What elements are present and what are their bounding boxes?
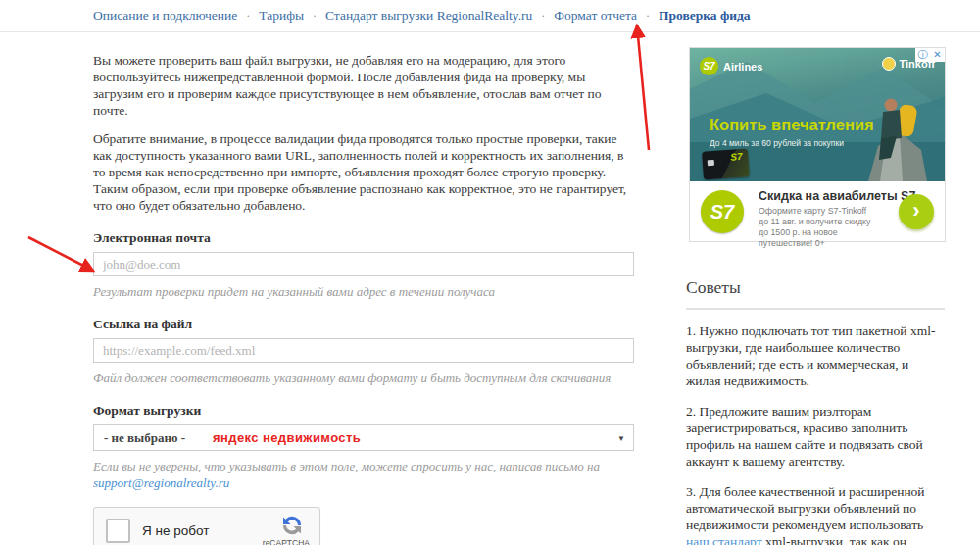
tip-3-text: 3. Для более качественной и расширенной … — [686, 484, 925, 532]
nav-item-report-format[interactable]: Формат отчета — [554, 8, 637, 24]
nav-item-export-standard[interactable]: Стандарт выгрузки RegionalRealty.ru — [325, 8, 532, 24]
bank-card-image: S7 — [702, 148, 750, 179]
ad-offer-title: Скидка на авиабилеты S7 — [759, 189, 915, 203]
s7-airlines-logo: S7 Airlines — [700, 57, 762, 75]
our-standard-link[interactable]: наш стандарт — [686, 534, 762, 545]
ad-offer-section[interactable]: S7 Скидка на авиабилеты S7 Оформите карт… — [690, 181, 945, 241]
tip-item-1: 1. Нужно подключать тот тип пакетной xml… — [686, 322, 945, 389]
tip-item-2: 2. Предложите вашим риэлторам зарегистри… — [686, 403, 945, 470]
nav-item-description[interactable]: Описание и подключение — [93, 8, 237, 24]
chevron-down-icon: ▼ — [617, 434, 625, 443]
ad-headline: Копить впечатления — [710, 116, 874, 134]
file-url-field[interactable] — [93, 338, 634, 363]
ad-info-icon[interactable]: ⓘ — [915, 48, 930, 62]
recaptcha-brand: reCAPTCHA — [263, 538, 310, 545]
recaptcha-label: Я не робот — [142, 523, 209, 538]
format-hint: Если вы не уверены, что указывать в этом… — [93, 458, 634, 491]
recaptcha-logo-icon — [280, 514, 304, 537]
nav-separator: · — [646, 9, 650, 24]
file-url-hint: Файл должен соответствовать указанному в… — [93, 370, 634, 386]
recaptcha-checkbox[interactable] — [106, 519, 130, 543]
s7-airlines-label: Airlines — [723, 61, 762, 73]
main-content: Вы можете проверить ваш файл выгрузки, н… — [93, 40, 634, 545]
s7-logo-icon: S7 — [700, 57, 718, 75]
email-hint: Результат проверки придет на указанный в… — [93, 283, 634, 300]
nav-item-tariffs[interactable]: Тарифы — [259, 8, 304, 24]
tips-title: Советы — [686, 277, 945, 310]
format-hint-text: Если вы не уверены, что указывать в этом… — [93, 459, 600, 473]
s7-logo-icon-large: S7 — [701, 190, 744, 233]
email-field[interactable] — [93, 252, 634, 276]
format-select[interactable]: - не выбрано - яндекс недвижимость ▼ — [93, 424, 634, 451]
annotation-arrow-to-nav — [637, 25, 649, 150]
ad-offer-text: Оформите карту S7-Tinkoff до 11 авг. и п… — [759, 206, 874, 249]
card-chip — [708, 160, 714, 166]
email-label: Электронная почта — [93, 230, 634, 246]
format-selected-value: - не выбрано - — [104, 430, 185, 446]
top-navigation: Описание и подключение · Тарифы · Станда… — [0, 0, 980, 32]
intro-paragraph-2: Обратите внимание, в процессе валидации … — [93, 130, 634, 214]
nav-separator: · — [246, 9, 250, 24]
ad-controls: ⓘ ✕ — [915, 48, 945, 62]
nav-item-feed-check-active[interactable]: Проверка фида — [659, 8, 751, 24]
ad-banner-s7[interactable]: S7 Airlines Tinkoff Копить впечатления Д… — [689, 47, 946, 242]
tips-sidebar: Советы 1. Нужно подключать тот тип пакет… — [686, 277, 945, 545]
tinkoff-logo-icon — [882, 57, 896, 71]
nav-separator: · — [541, 9, 545, 24]
format-label: Формат выгрузки — [93, 403, 634, 419]
ad-subheadline: До 4 миль за 60 рублей за покупки — [710, 138, 844, 148]
file-url-label: Ссылка на файл — [93, 317, 634, 332]
tip-item-3: 3. Для более качественной и расширенной … — [686, 483, 945, 545]
ad-photo[interactable]: S7 Airlines Tinkoff Копить впечатления Д… — [690, 48, 945, 181]
recaptcha-widget: Я не робот reCAPTCHA Конфиденциальность … — [93, 507, 320, 545]
ad-close-icon[interactable]: ✕ — [930, 48, 945, 62]
support-email-link[interactable]: support@regionalrealty.ru — [93, 475, 229, 490]
annotation-arrow-to-file-input — [28, 237, 93, 271]
intro-paragraph-1: Вы можете проверить ваш файл выгрузки, н… — [93, 52, 634, 119]
nav-separator: · — [313, 9, 317, 24]
ad-cta-arrow-button[interactable]: › — [899, 194, 934, 229]
card-s7-logo: S7 — [730, 151, 743, 163]
annotation-red-note: яндекс недвижимость — [213, 430, 361, 445]
